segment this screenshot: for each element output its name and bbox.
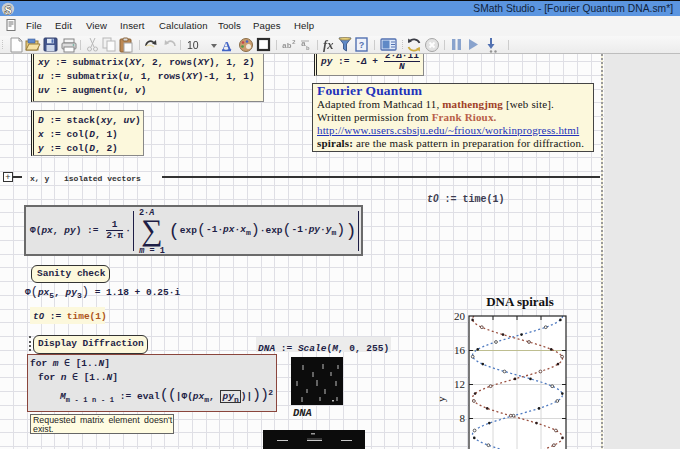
svg-text:ab: ab [282,41,292,50]
svg-text:16: 16 [454,344,466,356]
svg-text:m = 1: m = 1 [139,246,166,254]
svg-text:b: b [306,45,310,52]
svg-text:2: 2 [292,39,296,46]
svg-text:DNA spirals: DNA spirals [486,294,554,309]
svg-text:∑: ∑ [142,213,163,247]
svg-text:12: 12 [454,378,465,390]
svg-text:8: 8 [460,412,466,424]
svg-text:20: 20 [454,310,466,322]
svg-text:?: ? [359,40,365,50]
svg-text:10: 10 [187,39,199,51]
svg-text:fx: fx [323,38,333,52]
svg-text:y: y [437,396,447,402]
svg-text:S: S [4,2,11,16]
